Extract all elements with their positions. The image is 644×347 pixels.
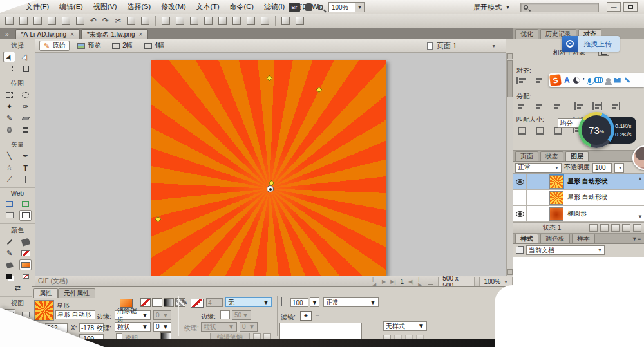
skin-icon[interactable] (614, 78, 621, 83)
style-source-dropdown[interactable]: 当前文档 ▼ (526, 245, 605, 255)
visibility-eye-icon[interactable] (516, 179, 524, 185)
bring-front-icon[interactable] (218, 17, 227, 25)
scroll-down-arrow[interactable] (507, 269, 513, 275)
scale-tool[interactable] (3, 63, 15, 74)
paste-icon[interactable] (141, 17, 149, 25)
freeform-tool[interactable]: ⟋ (3, 174, 15, 185)
tab-properties[interactable]: 属性 (33, 288, 58, 298)
accelerator-ball[interactable]: 73 % (578, 112, 614, 148)
pencil-tool[interactable]: ✎ (3, 113, 15, 124)
lock-cell[interactable] (527, 206, 540, 222)
match-height-button[interactable] (535, 126, 544, 133)
preview-button[interactable]: 预览 (73, 41, 104, 51)
fill-texture-dropdown[interactable]: 粒状▼ (115, 322, 151, 332)
send-backward-icon[interactable] (247, 17, 255, 25)
vertical-scrollbar[interactable] (506, 53, 513, 276)
stroke-edge-preview[interactable] (220, 310, 230, 319)
rubber-stamp-tool[interactable] (19, 124, 32, 135)
settings-wrench-icon[interactable] (624, 77, 630, 83)
subselection-tool[interactable]: ➤ (19, 52, 32, 62)
zoom-level-dropdown[interactable]: 100% ▼ (328, 2, 365, 12)
ungroup-icon[interactable] (176, 17, 184, 25)
layer-row-star-2[interactable]: 星形 自动形状 (513, 190, 644, 206)
input-mode-icon[interactable]: A (564, 76, 570, 85)
text-tool[interactable]: T (19, 162, 32, 173)
microphone-icon[interactable] (588, 78, 591, 83)
tab-swatches[interactable]: 样本 (572, 234, 595, 243)
blur-tool[interactable] (3, 124, 15, 135)
starburst-document[interactable] (151, 60, 386, 276)
scroll-up-arrow[interactable] (507, 53, 513, 59)
swap-colors-button[interactable]: ⇄ (12, 283, 24, 294)
stroke-type-dropdown[interactable]: 无▼ (225, 297, 272, 307)
export-icon[interactable] (62, 17, 70, 25)
canvas-size-button[interactable]: 500 x 500 (438, 277, 475, 286)
bridge-icon[interactable]: Br (289, 3, 300, 12)
fill-none-button[interactable] (140, 298, 151, 307)
keyboard-icon[interactable] (594, 77, 603, 83)
magic-wand-tool[interactable]: ✦ (3, 101, 15, 112)
slice-tool[interactable] (19, 198, 32, 209)
menu-filters[interactable]: 滤镜(I) (259, 0, 290, 14)
paint-bucket-tool[interactable] (19, 236, 32, 247)
drag-upload-overlay[interactable]: 拖拽上传 (562, 36, 620, 52)
print-icon[interactable] (76, 17, 84, 25)
menu-text[interactable]: 文本(T) (191, 0, 225, 14)
arrange-icon[interactable] (296, 17, 304, 25)
align-center-button[interactable] (535, 77, 544, 84)
add-filter-button[interactable]: + (300, 311, 312, 321)
fill-color-swatch[interactable] (19, 259, 32, 270)
night-mode-icon[interactable] (573, 77, 580, 84)
send-back-icon[interactable] (261, 17, 269, 25)
crop-tool[interactable] (19, 63, 32, 74)
tab-optimize[interactable]: 优化 (515, 29, 538, 39)
layer-row-star-1[interactable]: 星形 自动形状 ▲ (513, 174, 644, 190)
open-icon[interactable] (33, 17, 42, 25)
tab-symbol-properties[interactable]: 元件属性 (58, 288, 95, 298)
tab-layers[interactable]: 图层 (565, 151, 589, 161)
new-document-icon[interactable] (5, 17, 14, 25)
layers-scroll-down[interactable]: ▼ (638, 214, 643, 220)
hide-slices-button[interactable] (3, 210, 15, 221)
join-icon[interactable] (190, 17, 198, 25)
layer-thumbnail[interactable] (549, 175, 564, 189)
zoom-icon[interactable] (317, 5, 323, 10)
blend-mode-dropdown[interactable]: 正常 ▼ (515, 163, 562, 173)
distribute-bottom-button[interactable] (553, 102, 562, 110)
undo-icon[interactable]: ↶ (90, 17, 97, 25)
shape-tool[interactable]: ☆ (3, 162, 15, 173)
sogou-logo-icon[interactable]: S (549, 74, 562, 86)
fill-texture-amount[interactable]: 0▼ (153, 322, 171, 332)
layer-thumbnail[interactable] (549, 191, 564, 205)
eraser-tool[interactable] (19, 113, 32, 124)
new-layer-icon[interactable] (622, 224, 630, 232)
align-left-button[interactable] (516, 77, 526, 84)
visibility-cell-empty[interactable] (513, 190, 527, 206)
layer-row-ellipse[interactable]: 椭圆形 ▼ (513, 206, 644, 222)
tab-untitled-1[interactable]: *未命名-1.fw.png × (81, 29, 148, 39)
save-icon[interactable] (19, 17, 28, 25)
layer-name[interactable]: 星形 自动形状 (567, 177, 608, 186)
chevron-down-icon[interactable]: ▼ (355, 3, 364, 12)
layer-name[interactable]: 椭圆形 (567, 209, 587, 218)
tab-a-li-ad[interactable]: *A-Li-AD.fw.png × (15, 29, 80, 39)
lock-cell[interactable] (527, 174, 540, 190)
expand-mode-button[interactable]: 展开模式 ▼ (473, 3, 510, 12)
fill-gradient-button[interactable] (164, 298, 174, 307)
distribute-top-button[interactable] (516, 102, 526, 110)
opacity-input[interactable]: 100 (592, 163, 612, 173)
line-tool[interactable]: ╲ (3, 151, 15, 162)
stroke-color-tool[interactable]: ✎ (3, 248, 15, 259)
search-input[interactable] (520, 3, 599, 12)
punctuation-icon[interactable]: ’ (583, 77, 585, 84)
opacity-stepper[interactable]: ▼ (310, 297, 319, 307)
fill-solid-button[interactable] (152, 298, 162, 307)
style-dropdown[interactable]: 无样式▼ (383, 321, 427, 331)
show-slices-button[interactable] (19, 210, 32, 221)
no-color-button[interactable] (19, 271, 32, 282)
opacity-stepper[interactable]: ▼ (614, 163, 624, 173)
marquee-tool[interactable] (3, 89, 15, 100)
redo-icon[interactable]: ↷ (102, 17, 109, 25)
menu-modify[interactable]: 修改(M) (156, 0, 191, 14)
account-icon[interactable] (606, 78, 611, 82)
